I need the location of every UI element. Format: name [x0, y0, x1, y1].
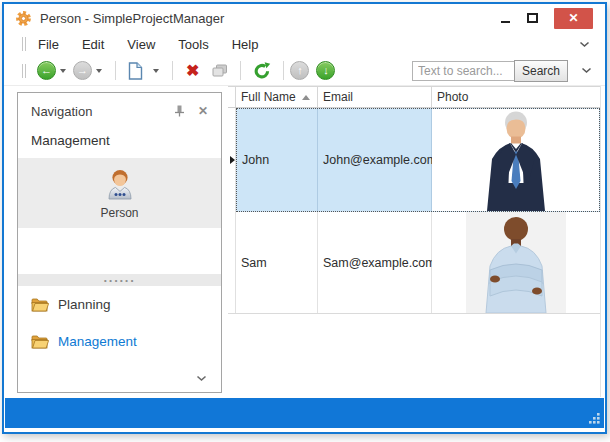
delete-x-icon: ✖	[186, 62, 199, 79]
row-indicator-cell	[228, 108, 236, 212]
nav-item-management-label: Management	[58, 334, 137, 349]
menu-item-help[interactable]: Help	[231, 35, 260, 54]
cell-full-name[interactable]: Sam	[236, 212, 318, 313]
photo-john	[453, 109, 578, 211]
maximize-icon	[527, 13, 538, 23]
person-icon	[102, 167, 138, 203]
sort-ascending-icon	[302, 95, 310, 100]
resize-grip-icon[interactable]	[588, 412, 601, 425]
search-button[interactable]: Search	[514, 60, 568, 82]
row-indicator-cell	[228, 212, 236, 313]
toolbar-drag-grip-icon[interactable]	[22, 64, 26, 78]
toolbar-overflow-chevron-icon[interactable]	[581, 67, 592, 74]
status-bar	[5, 398, 604, 428]
close-button[interactable]: ✕	[554, 8, 593, 29]
toolbar-separator	[240, 61, 241, 80]
cell-photo[interactable]	[432, 109, 599, 211]
nav-item-person-label: Person	[100, 206, 138, 220]
refresh-icon	[253, 62, 271, 80]
table-row-sam[interactable]: Sam Sam@example.com	[228, 212, 600, 314]
toolbar-separator	[283, 61, 284, 80]
back-arrow-icon: ←	[37, 61, 56, 80]
forward-dropdown-caret-icon[interactable]	[96, 69, 102, 73]
toolbar-separator	[115, 61, 116, 80]
nav-splitter-handle[interactable]: ······	[18, 274, 221, 286]
menu-bar: File Edit View Tools Help	[4, 32, 605, 56]
title-bar[interactable]: Person - SimpleProjectManager ✕	[4, 4, 605, 32]
focused-row-arrow-icon	[230, 156, 235, 164]
up-arrow-icon: ↑	[290, 61, 309, 80]
data-grid: Full Name Email Photo John John@example.…	[228, 86, 601, 397]
pin-icon[interactable]	[174, 105, 185, 117]
refresh-button[interactable]	[253, 62, 271, 80]
copy-icon	[212, 64, 228, 77]
photo-sam	[466, 212, 566, 313]
column-header-email[interactable]: Email	[318, 87, 432, 107]
navigation-header: Navigation ✕	[18, 98, 221, 124]
minimize-icon	[501, 21, 510, 23]
nav-item-person[interactable]: Person	[18, 158, 221, 228]
nav-item-planning[interactable]: Planning	[18, 286, 221, 323]
close-icon: ✕	[568, 11, 578, 25]
back-dropdown-caret-icon[interactable]	[60, 69, 66, 73]
forward-arrow-icon: →	[73, 61, 92, 80]
column-header-full-name[interactable]: Full Name	[236, 87, 318, 107]
menu-item-view[interactable]: View	[126, 35, 156, 54]
row-body[interactable]: Sam Sam@example.com	[236, 212, 600, 313]
navigation-panel: Navigation ✕ Management	[17, 92, 222, 393]
menu-item-tools[interactable]: Tools	[177, 35, 209, 54]
row-indicator-header	[228, 87, 236, 107]
cell-photo[interactable]	[432, 212, 600, 313]
nav-item-management[interactable]: Management	[18, 323, 221, 360]
row-body-selected[interactable]: John John@example.com	[236, 108, 600, 212]
toolbar-separator	[172, 61, 173, 80]
navigation-title: Navigation	[31, 104, 92, 119]
cell-email[interactable]: John@example.com	[318, 109, 432, 211]
back-button[interactable]: ←	[37, 61, 73, 80]
app-gear-icon	[15, 10, 32, 27]
move-down-button[interactable]: ↓	[316, 61, 335, 80]
new-document-icon	[128, 62, 143, 80]
cell-full-name[interactable]: John	[237, 109, 318, 211]
maximize-button[interactable]	[518, 8, 546, 28]
navigation-group-label: Management	[18, 124, 221, 158]
nav-item-planning-label: Planning	[58, 297, 111, 312]
menu-item-file[interactable]: File	[37, 35, 60, 54]
new-object-button[interactable]	[122, 62, 166, 80]
menu-item-edit[interactable]: Edit	[81, 35, 105, 54]
navigation-close-icon[interactable]: ✕	[198, 105, 208, 117]
window-title: Person - SimpleProjectManager	[40, 11, 224, 26]
grid-header: Full Name Email Photo	[228, 86, 600, 108]
new-dropdown-caret-icon[interactable]	[153, 69, 159, 73]
folder-icon	[31, 298, 49, 312]
app-window: Person - SimpleProjectManager ✕ File Edi…	[2, 2, 607, 434]
toolbar: ← → ✖	[4, 56, 605, 86]
nav-scroll-down-chevron-icon[interactable]	[196, 375, 207, 382]
forward-button[interactable]: →	[73, 61, 109, 80]
minimize-button[interactable]	[492, 8, 518, 28]
down-arrow-icon: ↓	[316, 61, 335, 80]
content-area: Navigation ✕ Management	[4, 86, 605, 398]
delete-button[interactable]: ✖	[186, 63, 199, 79]
cell-email[interactable]: Sam@example.com	[318, 212, 432, 313]
search-input[interactable]	[412, 61, 515, 81]
folder-icon	[31, 335, 49, 349]
move-up-button-disabled[interactable]: ↑	[290, 61, 309, 80]
edit-copy-button-disabled[interactable]	[212, 64, 228, 77]
table-row-john[interactable]: John John@example.com	[228, 108, 600, 212]
column-header-photo[interactable]: Photo	[432, 87, 600, 107]
menu-overflow-chevron-icon[interactable]	[579, 41, 590, 48]
menu-drag-grip-icon[interactable]	[22, 37, 26, 51]
splitter-dots: ······	[104, 278, 136, 283]
